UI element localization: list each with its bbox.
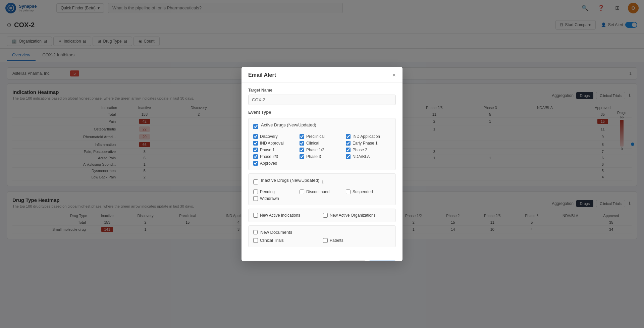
new-documents-header: New Documents bbox=[253, 230, 391, 235]
modal-title: Email Alert bbox=[248, 72, 276, 78]
checkbox-phase1: Phase 1 bbox=[253, 148, 298, 152]
clinical-label: Clinical bbox=[306, 141, 319, 146]
event-type-label: Event Type bbox=[248, 110, 396, 115]
cancel-button[interactable]: Cancel bbox=[339, 260, 365, 261]
checkbox-early-phase1: Early Phase 1 bbox=[346, 141, 391, 146]
checkbox-clinical: Clinical bbox=[300, 141, 344, 146]
ndabla-checkbox[interactable] bbox=[346, 154, 351, 159]
phase2-label: Phase 2 bbox=[353, 148, 367, 152]
preclinical-checkbox[interactable] bbox=[300, 134, 304, 139]
pending-checkbox[interactable] bbox=[253, 189, 258, 194]
modal-body: Target Name Event Type Active Drugs (New… bbox=[241, 83, 402, 256]
ind-approval-checkbox[interactable] bbox=[253, 141, 258, 146]
phase1-label: Phase 1 bbox=[260, 148, 275, 152]
clinical-trials-label: Clinical Trials bbox=[260, 238, 284, 243]
checkbox-ind-application: IND Application bbox=[346, 134, 391, 139]
inactive-drugs-checkbox[interactable] bbox=[253, 179, 258, 184]
withdrawn-label: Withdrawn bbox=[260, 196, 279, 201]
clinical-checkbox[interactable] bbox=[300, 141, 304, 146]
checkbox-pending: Pending bbox=[253, 189, 298, 194]
inactive-drugs-checkbox-grid: Pending Discontinued Suspended Withdrawn bbox=[253, 189, 391, 201]
inactive-drugs-header: Inactive Drugs (New/Updated) ℹ bbox=[253, 178, 391, 186]
checkbox-patents: Patents bbox=[323, 238, 391, 243]
patents-checkbox[interactable] bbox=[323, 238, 328, 243]
checkbox-clinical-trials: Clinical Trials bbox=[253, 238, 321, 243]
submit-button[interactable]: Submit bbox=[369, 261, 396, 261]
pending-label: Pending bbox=[260, 189, 275, 194]
target-name-field-label: Target Name bbox=[248, 88, 396, 93]
inactive-drugs-label: Inactive Drugs (New/Updated) bbox=[261, 178, 319, 183]
target-name-input[interactable] bbox=[248, 95, 396, 105]
checkbox-suspended: Suspended bbox=[346, 189, 391, 194]
clinical-trials-checkbox[interactable] bbox=[253, 238, 258, 243]
new-documents-checkbox[interactable] bbox=[253, 230, 258, 234]
discontinued-checkbox[interactable] bbox=[300, 189, 304, 194]
new-documents-label: New Documents bbox=[260, 230, 292, 235]
ind-application-checkbox[interactable] bbox=[346, 134, 351, 139]
phase3-label: Phase 3 bbox=[306, 154, 321, 159]
discontinued-label: Discontinued bbox=[306, 189, 329, 194]
checkbox-discovery: Discovery bbox=[253, 134, 298, 139]
modal-overlay[interactable]: Email Alert × Target Name Event Type Act… bbox=[0, 0, 644, 328]
approved-checkbox[interactable] bbox=[253, 161, 258, 166]
new-active-organizations-label: New Active Organizations bbox=[330, 213, 376, 218]
active-drugs-checkbox[interactable] bbox=[253, 124, 258, 129]
active-drugs-section: Active Drugs (New/Updated) Discovery Pre… bbox=[248, 118, 396, 170]
modal-footer: Cancel Submit bbox=[241, 256, 402, 261]
inactive-drugs-section: Inactive Drugs (New/Updated) ℹ Pending D… bbox=[248, 173, 396, 205]
new-active-organizations-checkbox[interactable] bbox=[323, 213, 328, 218]
ind-application-label: IND Application bbox=[353, 134, 380, 139]
checkbox-ind-approval: IND Approval bbox=[253, 141, 298, 146]
patents-label: Patents bbox=[330, 238, 343, 243]
preclinical-label: Preclinical bbox=[306, 134, 325, 139]
email-alert-modal: Email Alert × Target Name Event Type Act… bbox=[241, 67, 402, 261]
modal-close-button[interactable]: × bbox=[392, 72, 396, 78]
active-drugs-checkbox-grid: Discovery Preclinical IND Application IN… bbox=[253, 134, 391, 166]
discovery-checkbox[interactable] bbox=[253, 134, 258, 139]
checkbox-approved: Approved bbox=[253, 161, 298, 166]
new-documents-section: New Documents Clinical Trials Patents bbox=[248, 225, 396, 247]
new-active-indications-item: New Active Indications bbox=[253, 213, 321, 218]
checkbox-phase23: Phase 2/3 bbox=[253, 154, 298, 159]
checkbox-phase2: Phase 2 bbox=[346, 148, 391, 152]
checkbox-discontinued: Discontinued bbox=[300, 189, 344, 194]
info-icon: ℹ bbox=[322, 180, 324, 184]
new-documents-grid: Clinical Trials Patents bbox=[253, 238, 391, 243]
phase12-label: Phase 1/2 bbox=[306, 148, 324, 152]
phase1-checkbox[interactable] bbox=[253, 148, 258, 152]
discovery-label: Discovery bbox=[260, 134, 278, 139]
ndabla-label: NDA/BLA bbox=[353, 154, 370, 159]
new-active-indications-label: New Active Indications bbox=[260, 213, 300, 218]
active-drugs-header: Active Drugs (New/Updated) bbox=[253, 122, 391, 131]
early-phase1-checkbox[interactable] bbox=[346, 141, 351, 146]
modal-header: Email Alert × bbox=[241, 67, 402, 83]
new-active-indications-checkbox[interactable] bbox=[253, 213, 258, 218]
phase2-checkbox[interactable] bbox=[346, 148, 351, 152]
phase3-checkbox[interactable] bbox=[300, 154, 304, 159]
suspended-label: Suspended bbox=[353, 189, 373, 194]
phase12-checkbox[interactable] bbox=[300, 148, 304, 152]
suspended-checkbox[interactable] bbox=[346, 189, 351, 194]
checkbox-phase3: Phase 3 bbox=[300, 154, 344, 159]
new-active-organizations-item: New Active Organizations bbox=[323, 213, 391, 218]
checkbox-withdrawn: Withdrawn bbox=[253, 196, 298, 201]
phase23-label: Phase 2/3 bbox=[260, 154, 278, 159]
early-phase1-label: Early Phase 1 bbox=[353, 141, 378, 146]
checkbox-preclinical: Preclinical bbox=[300, 134, 344, 139]
withdrawn-checkbox[interactable] bbox=[253, 196, 258, 201]
new-active-section: New Active Indications New Active Organi… bbox=[248, 209, 396, 222]
checkbox-phase12: Phase 1/2 bbox=[300, 148, 344, 152]
phase23-checkbox[interactable] bbox=[253, 154, 258, 159]
ind-approval-label: IND Approval bbox=[260, 141, 284, 146]
checkbox-ndabla: NDA/BLA bbox=[346, 154, 391, 159]
approved-label: Approved bbox=[260, 161, 277, 166]
active-drugs-label: Active Drugs (New/Updated) bbox=[261, 122, 316, 127]
